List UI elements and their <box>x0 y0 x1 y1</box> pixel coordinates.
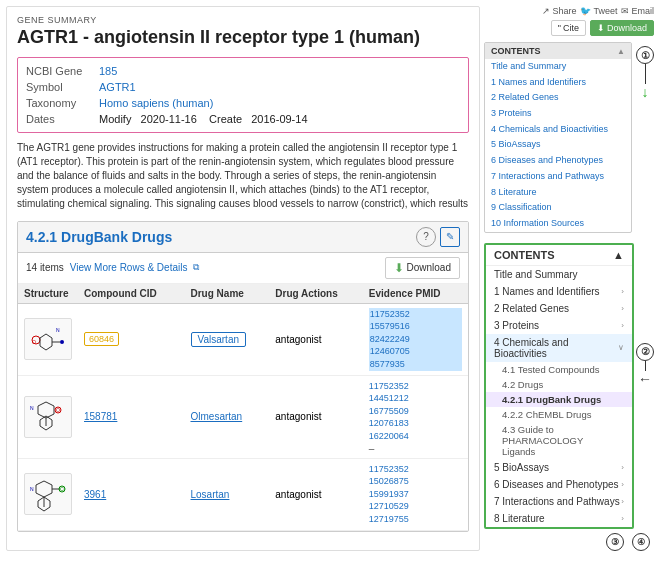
sidebar-item-related-genes-large[interactable]: 2 Related Genes › <box>486 300 632 317</box>
sidebar-item-names[interactable]: 1 Names and Identifiers <box>485 75 631 91</box>
edit-icon[interactable]: ✎ <box>440 227 460 247</box>
help-icon[interactable]: ? <box>416 227 436 247</box>
ncbi-gene-label: NCBI Gene <box>26 65 91 77</box>
sidebar-item-bioassays-large[interactable]: 5 BioAssays › <box>486 459 632 476</box>
pmid-list: 11752352 14451212 16775509 12076183 1622… <box>369 380 462 454</box>
email-icon: ✉ <box>621 6 629 16</box>
sidebar-item-chemicals[interactable]: 4 Chemicals and Bioactivities <box>485 122 631 138</box>
annotation-1: ① ↓ <box>636 46 654 100</box>
structure-image: O N <box>24 396 72 438</box>
svg-text:N: N <box>30 405 34 411</box>
svg-text:O: O <box>56 407 60 413</box>
circle-3: ③ <box>606 533 624 551</box>
pmid-link[interactable]: 12719755 <box>369 513 462 526</box>
structure-image: O N <box>24 318 72 360</box>
dates-value: Modify 2020-11-16 Create 2016-09-14 <box>99 113 308 125</box>
circle-1: ① <box>636 46 654 64</box>
sidebar-item-literature[interactable]: 8 Literature <box>485 185 631 201</box>
drugbank-title: 4.2.1 DrugBank Drugs <box>26 229 172 245</box>
chevron-up-icon: ▲ <box>613 249 624 261</box>
sidebar-item-bioassays[interactable]: 5 BioAssays <box>485 137 631 153</box>
share-btn[interactable]: ↗ Share <box>542 6 576 16</box>
sidebar-item-classification[interactable]: 9 Classification <box>485 200 631 216</box>
pmid-link[interactable]: 11752352 <box>369 308 462 321</box>
pmid-link[interactable]: 11752352 <box>369 380 462 393</box>
large-contents-box: CONTENTS ▲ Title and Summary 1 Names and… <box>484 243 634 529</box>
drug-actions: antagonist <box>269 458 363 530</box>
view-more-link[interactable]: View More Rows & Details <box>70 262 188 273</box>
sidebar-item-proteins-large[interactable]: 3 Proteins › <box>486 317 632 334</box>
taxonomy-value[interactable]: Homo sapiens (human) <box>99 97 213 109</box>
pmid-link[interactable]: 8577935 <box>369 358 462 371</box>
download-icon: ⬇ <box>597 23 605 33</box>
pmid-link[interactable]: 15026875 <box>369 475 462 488</box>
tweet-btn[interactable]: 🐦 Tweet <box>580 6 617 16</box>
dash: – <box>369 443 462 454</box>
sidebar-item-tested-compounds[interactable]: 4.1 Tested Compounds <box>486 362 632 377</box>
sidebar-item-names-large[interactable]: 1 Names and Identifiers › <box>486 283 632 300</box>
svg-text:O: O <box>32 339 36 345</box>
col-cid: Compound CID <box>78 284 185 304</box>
sidebar-item-chembl-drugs[interactable]: 4.2.2 ChEMBL Drugs <box>486 407 632 422</box>
sidebar-item-interactions[interactable]: 7 Interactions and Pathways <box>485 169 631 185</box>
cid-badge[interactable]: 60846 <box>84 332 119 346</box>
small-contents-box: CONTENTS ▲ Title and Summary 1 Names and… <box>484 42 632 233</box>
drug-name-link[interactable]: Losartan <box>191 489 230 500</box>
table-row: O N 158781 Olmesartan antagonist <box>18 375 468 458</box>
gene-description: The AGTR1 gene provides instructions for… <box>17 141 469 213</box>
sidebar-item-related-genes[interactable]: 2 Related Genes <box>485 90 631 106</box>
sidebar-item-title-summary[interactable]: Title and Summary <box>485 59 631 75</box>
cite-button[interactable]: " Cite <box>551 20 586 36</box>
sidebar-item-interactions-large[interactable]: 7 Interactions and Pathways › <box>486 493 632 510</box>
sidebar-item-drugs[interactable]: 4.2 Drugs <box>486 377 632 392</box>
svg-point-8 <box>60 340 64 344</box>
drug-name-link[interactable]: Olmesartan <box>191 411 243 422</box>
drug-name-badge[interactable]: Valsartan <box>191 332 247 347</box>
pmid-link[interactable]: 12460705 <box>369 345 462 358</box>
download-arrow-icon: ⬇ <box>394 261 404 275</box>
sidebar-item-pharmacology[interactable]: 4.3 Guide to PHARMACOLOGY Ligands <box>486 422 632 459</box>
pmid-link[interactable]: 12710529 <box>369 500 462 513</box>
sidebar-item-diseases-large[interactable]: 6 Diseases and Phenotypes › <box>486 476 632 493</box>
sidebar-item-diseases[interactable]: 6 Diseases and Phenotypes <box>485 153 631 169</box>
annotation-3: ③ <box>606 533 624 551</box>
chevron-right-icon: › <box>621 514 624 523</box>
pmid-link[interactable]: 14451212 <box>369 392 462 405</box>
pmid-link[interactable]: 12076183 <box>369 417 462 430</box>
sidebar-item-title-summary-large[interactable]: Title and Summary <box>486 266 632 283</box>
pmid-link[interactable]: 16775509 <box>369 405 462 418</box>
symbol-value[interactable]: AGTR1 <box>99 81 136 93</box>
chevron-up-icon: ▲ <box>617 47 625 56</box>
svg-line-2 <box>46 334 52 338</box>
svg-text:N: N <box>30 486 34 492</box>
download-button[interactable]: ⬇ Download <box>385 257 460 279</box>
svg-text:Cl: Cl <box>60 486 65 492</box>
cid-link[interactable]: 3961 <box>84 489 106 500</box>
pmid-link[interactable]: 15991937 <box>369 488 462 501</box>
pmid-link[interactable]: 82422249 <box>369 333 462 346</box>
sidebar-item-chemicals-large[interactable]: 4 Chemicals and Bioactivities ∨ <box>486 334 632 362</box>
sidebar-item-info-sources[interactable]: 10 Information Sources <box>485 216 631 232</box>
annotation-4: ④ <box>632 533 650 551</box>
pmid-link[interactable]: 16220064 <box>369 430 462 443</box>
ncbi-gene-value[interactable]: 185 <box>99 65 117 77</box>
external-link-icon[interactable]: ⧉ <box>193 262 199 273</box>
sidebar-item-literature-large[interactable]: 8 Literature › <box>486 510 632 527</box>
email-btn[interactable]: ✉ Email <box>621 6 654 16</box>
col-drugname: Drug Name <box>185 284 270 304</box>
pmid-link[interactable]: 15579516 <box>369 320 462 333</box>
info-table: NCBI Gene 185 Symbol AGTR1 Taxonomy Homo… <box>17 57 469 133</box>
download-button[interactable]: ⬇ Download <box>590 20 654 36</box>
chevron-right-icon: › <box>621 497 624 506</box>
large-contents-header: CONTENTS ▲ <box>486 245 632 266</box>
chevron-right-icon: › <box>621 321 624 330</box>
small-contents-header: CONTENTS ▲ <box>485 43 631 59</box>
svg-marker-17 <box>36 481 52 497</box>
drug-table: Structure Compound CID Drug Name Drug Ac… <box>18 284 468 531</box>
cid-link[interactable]: 158781 <box>84 411 117 422</box>
share-icon: ↗ <box>542 6 550 16</box>
sidebar-item-drugbank-drugs[interactable]: 4.2.1 DrugBank Drugs <box>486 392 632 407</box>
sidebar-item-proteins[interactable]: 3 Proteins <box>485 106 631 122</box>
chevron-down-icon: ∨ <box>618 343 624 352</box>
pmid-link[interactable]: 11752352 <box>369 463 462 476</box>
